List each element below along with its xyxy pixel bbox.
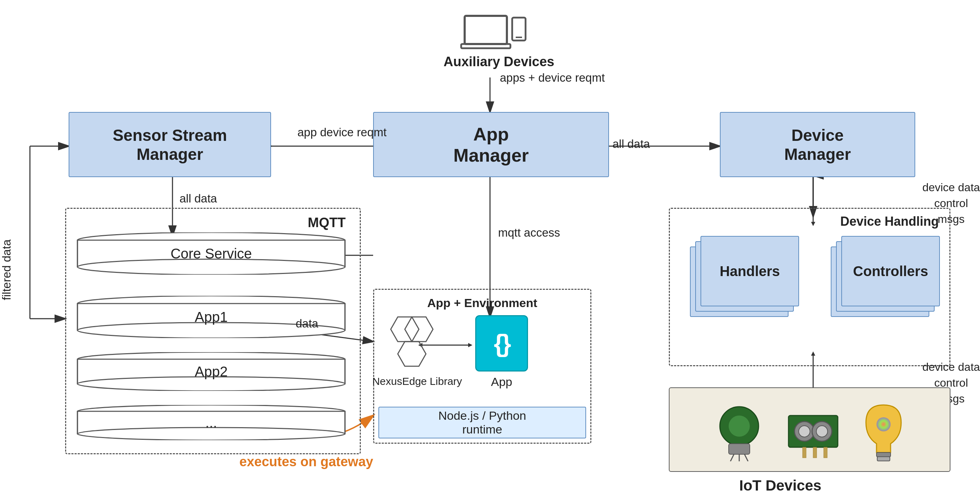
svg-line-61	[745, 454, 748, 461]
auxiliary-devices-icon: Auxiliary Devices	[444, 11, 542, 69]
handlers-box: Handlers	[700, 236, 799, 306]
apps-device-reqmt-label: apps + device reqmt	[500, 70, 605, 86]
executes-on-gateway-label: executes on gateway	[239, 454, 373, 469]
svg-point-57	[729, 416, 750, 437]
app-label: App	[479, 375, 525, 389]
device-manager-box: Device Manager	[720, 112, 915, 177]
smart-bulb-icon	[855, 398, 912, 461]
svg-marker-55	[398, 341, 426, 366]
svg-point-72	[877, 417, 891, 431]
app-manager-box: App Manager	[373, 112, 609, 177]
svg-rect-30	[461, 44, 511, 48]
app-environment-label: App + Environment	[427, 296, 538, 310]
svg-line-59	[730, 454, 734, 461]
svg-rect-67	[803, 447, 806, 458]
svg-rect-58	[729, 444, 750, 454]
all-data-right-label: all data	[612, 137, 650, 151]
core-service-label: Core Service	[170, 246, 252, 262]
nexusedge-library-label: NexusEdge Library	[372, 375, 462, 388]
ellipsis-label: ...	[205, 415, 217, 431]
svg-point-37	[78, 259, 345, 275]
sensor-stream-manager-box: Sensor Stream Manager	[68, 112, 271, 177]
iot-devices-label: IoT Devices	[739, 477, 821, 493]
ultrasonic-sensor-icon	[778, 398, 848, 461]
svg-point-64	[799, 426, 810, 437]
device-handling-label: Device Handling	[840, 214, 939, 229]
app2-label: App2	[195, 364, 228, 380]
mqtt-label: MQTT	[308, 215, 346, 230]
pir-sensor-icon	[708, 398, 771, 461]
nodejs-runtime-box: Node.js / Python runtime	[379, 407, 586, 439]
svg-rect-68	[813, 447, 817, 458]
mqtt-access-label: mqtt access	[498, 225, 560, 241]
all-data-label: all data	[180, 192, 217, 205]
svg-rect-70	[877, 453, 891, 457]
svg-rect-71	[877, 457, 890, 461]
svg-point-66	[816, 426, 827, 437]
controllers-box: Controllers	[841, 236, 940, 306]
svg-rect-69	[824, 447, 827, 458]
app2-cylinder: App2	[74, 352, 348, 391]
app1-label: App1	[195, 309, 228, 325]
core-service-cylinder: Core Service	[74, 232, 348, 275]
iot-devices-box	[669, 388, 950, 472]
app-device-reqmt-label: app device reqmt	[298, 125, 387, 140]
diagram: Auxiliary Devices apps + device reqmt Ap…	[0, 0, 980, 493]
nexusedge-hexagon: NexusEdge Library	[379, 313, 456, 384]
svg-rect-29	[465, 16, 507, 44]
filtered-data-label: filtered data	[0, 239, 13, 300]
ellipsis-cylinder: ...	[74, 405, 348, 440]
auxiliary-devices-label: Auxiliary Devices	[444, 54, 542, 69]
data-label: data	[296, 317, 318, 330]
app-icon: {}	[475, 315, 528, 372]
